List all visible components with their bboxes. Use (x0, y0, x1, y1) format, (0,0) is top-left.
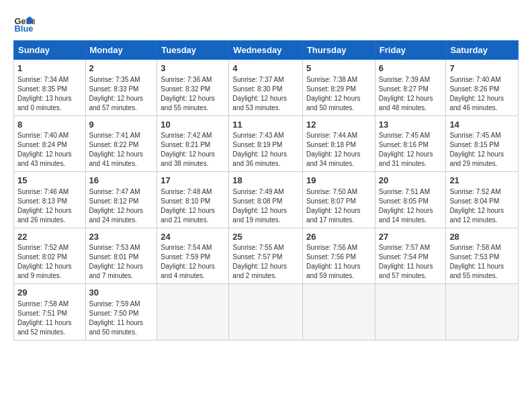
col-header-wednesday: Wednesday (229, 41, 303, 60)
calendar-page: General Blue SundayMondayTuesdayWednesda… (0, 0, 532, 350)
day-number: 6 (379, 62, 443, 75)
day-number: 2 (89, 62, 154, 75)
day-info: Sunrise: 7:52 AMSunset: 8:02 PMDaylight:… (17, 243, 82, 281)
day-number: 7 (449, 62, 515, 75)
day-number: 26 (306, 231, 371, 243)
calendar-day-24: 24Sunrise: 7:54 AMSunset: 7:59 PMDayligh… (157, 228, 229, 284)
day-info: Sunrise: 7:59 AMSunset: 7:50 PMDaylight:… (89, 300, 154, 337)
calendar-day-28: 28Sunrise: 7:58 AMSunset: 7:53 PMDayligh… (446, 228, 519, 284)
day-info: Sunrise: 7:45 AMSunset: 8:15 PMDaylight:… (449, 131, 515, 169)
day-number: 13 (379, 119, 443, 131)
day-number: 30 (89, 287, 154, 299)
calendar-day-16: 16Sunrise: 7:47 AMSunset: 8:12 PMDayligh… (85, 172, 157, 228)
day-number: 9 (89, 119, 154, 131)
day-number: 14 (449, 119, 515, 131)
day-info: Sunrise: 7:52 AMSunset: 8:04 PMDaylight:… (449, 187, 515, 225)
day-info: Sunrise: 7:40 AMSunset: 8:26 PMDaylight:… (449, 75, 515, 113)
calendar-day-21: 21Sunrise: 7:52 AMSunset: 8:04 PMDayligh… (446, 172, 519, 228)
calendar-day-14: 14Sunrise: 7:45 AMSunset: 8:15 PMDayligh… (446, 116, 519, 172)
day-info: Sunrise: 7:51 AMSunset: 8:05 PMDaylight:… (379, 187, 443, 225)
calendar-day-17: 17Sunrise: 7:48 AMSunset: 8:10 PMDayligh… (157, 172, 229, 228)
day-info: Sunrise: 7:48 AMSunset: 8:10 PMDaylight:… (161, 187, 225, 225)
day-info: Sunrise: 7:37 AMSunset: 8:30 PMDaylight:… (232, 75, 299, 113)
calendar-day-20: 20Sunrise: 7:51 AMSunset: 8:05 PMDayligh… (375, 172, 446, 228)
calendar-day-9: 9Sunrise: 7:41 AMSunset: 8:22 PMDaylight… (85, 116, 157, 172)
svg-text:Blue: Blue (15, 24, 34, 34)
calendar-week-4: 29Sunrise: 7:58 AMSunset: 7:51 PMDayligh… (14, 284, 519, 340)
day-info: Sunrise: 7:39 AMSunset: 8:27 PMDaylight:… (379, 75, 443, 113)
day-number: 12 (306, 119, 371, 131)
day-number: 5 (306, 62, 371, 75)
logo-icon: General Blue (13, 12, 35, 34)
day-info: Sunrise: 7:43 AMSunset: 8:19 PMDaylight:… (232, 131, 299, 169)
col-header-sunday: Sunday (14, 41, 86, 60)
calendar-day-12: 12Sunrise: 7:44 AMSunset: 8:18 PMDayligh… (302, 116, 375, 172)
col-header-thursday: Thursday (302, 41, 375, 60)
calendar-day-26: 26Sunrise: 7:56 AMSunset: 7:56 PMDayligh… (302, 228, 375, 284)
day-info: Sunrise: 7:45 AMSunset: 8:16 PMDaylight:… (379, 131, 443, 169)
calendar-week-2: 15Sunrise: 7:46 AMSunset: 8:13 PMDayligh… (14, 172, 519, 228)
calendar-day-30: 30Sunrise: 7:59 AMSunset: 7:50 PMDayligh… (85, 284, 157, 340)
calendar-day-13: 13Sunrise: 7:45 AMSunset: 8:16 PMDayligh… (375, 116, 446, 172)
calendar-header-row: SundayMondayTuesdayWednesdayThursdayFrid… (14, 41, 519, 60)
calendar-empty (446, 284, 519, 340)
calendar-day-18: 18Sunrise: 7:49 AMSunset: 8:08 PMDayligh… (229, 172, 303, 228)
calendar-week-1: 8Sunrise: 7:40 AMSunset: 8:24 PMDaylight… (14, 116, 519, 172)
calendar-week-0: 1Sunrise: 7:34 AMSunset: 8:35 PMDaylight… (14, 60, 519, 116)
col-header-friday: Friday (375, 41, 446, 60)
calendar-day-1: 1Sunrise: 7:34 AMSunset: 8:35 PMDaylight… (14, 60, 86, 116)
day-number: 20 (379, 175, 443, 187)
calendar-day-29: 29Sunrise: 7:58 AMSunset: 7:51 PMDayligh… (14, 284, 86, 340)
day-number: 22 (17, 231, 82, 243)
calendar-day-7: 7Sunrise: 7:40 AMSunset: 8:26 PMDaylight… (446, 60, 519, 116)
day-info: Sunrise: 7:36 AMSunset: 8:32 PMDaylight:… (161, 75, 225, 113)
day-number: 28 (449, 231, 515, 243)
day-info: Sunrise: 7:58 AMSunset: 7:53 PMDaylight:… (449, 243, 515, 281)
day-info: Sunrise: 7:54 AMSunset: 7:59 PMDaylight:… (161, 243, 225, 281)
calendar-table: SundayMondayTuesdayWednesdayThursdayFrid… (13, 40, 519, 340)
calendar-day-25: 25Sunrise: 7:55 AMSunset: 7:57 PMDayligh… (229, 228, 303, 284)
calendar-day-10: 10Sunrise: 7:42 AMSunset: 8:21 PMDayligh… (157, 116, 229, 172)
calendar-day-27: 27Sunrise: 7:57 AMSunset: 7:54 PMDayligh… (375, 228, 446, 284)
day-number: 24 (161, 231, 225, 243)
calendar-day-4: 4Sunrise: 7:37 AMSunset: 8:30 PMDaylight… (229, 60, 303, 116)
day-number: 29 (17, 287, 82, 299)
day-info: Sunrise: 7:34 AMSunset: 8:35 PMDaylight:… (17, 75, 82, 113)
day-info: Sunrise: 7:40 AMSunset: 8:24 PMDaylight:… (17, 131, 82, 169)
day-number: 4 (232, 62, 299, 75)
calendar-empty (229, 284, 303, 340)
day-info: Sunrise: 7:35 AMSunset: 8:33 PMDaylight:… (89, 75, 154, 113)
day-info: Sunrise: 7:49 AMSunset: 8:08 PMDaylight:… (232, 187, 299, 225)
calendar-day-19: 19Sunrise: 7:50 AMSunset: 8:07 PMDayligh… (302, 172, 375, 228)
day-info: Sunrise: 7:50 AMSunset: 8:07 PMDaylight:… (306, 187, 371, 225)
day-info: Sunrise: 7:41 AMSunset: 8:22 PMDaylight:… (89, 131, 154, 169)
col-header-tuesday: Tuesday (157, 41, 229, 60)
calendar-day-22: 22Sunrise: 7:52 AMSunset: 8:02 PMDayligh… (14, 228, 86, 284)
calendar-day-2: 2Sunrise: 7:35 AMSunset: 8:33 PMDaylight… (85, 60, 157, 116)
day-info: Sunrise: 7:38 AMSunset: 8:29 PMDaylight:… (306, 75, 371, 113)
calendar-week-3: 22Sunrise: 7:52 AMSunset: 8:02 PMDayligh… (14, 228, 519, 284)
day-number: 25 (232, 231, 299, 243)
day-number: 27 (379, 231, 443, 243)
day-number: 10 (161, 119, 225, 131)
calendar-day-3: 3Sunrise: 7:36 AMSunset: 8:32 PMDaylight… (157, 60, 229, 116)
day-number: 23 (89, 231, 154, 243)
page-header: General Blue (13, 12, 519, 34)
logo: General Blue (13, 12, 35, 34)
col-header-monday: Monday (85, 41, 157, 60)
day-number: 21 (449, 175, 515, 187)
calendar-day-8: 8Sunrise: 7:40 AMSunset: 8:24 PMDaylight… (14, 116, 86, 172)
calendar-empty (157, 284, 229, 340)
calendar-day-11: 11Sunrise: 7:43 AMSunset: 8:19 PMDayligh… (229, 116, 303, 172)
calendar-empty (302, 284, 375, 340)
calendar-day-15: 15Sunrise: 7:46 AMSunset: 8:13 PMDayligh… (14, 172, 86, 228)
day-info: Sunrise: 7:55 AMSunset: 7:57 PMDaylight:… (232, 243, 299, 281)
day-number: 16 (89, 175, 154, 187)
day-info: Sunrise: 7:47 AMSunset: 8:12 PMDaylight:… (89, 187, 154, 225)
col-header-saturday: Saturday (446, 41, 519, 60)
day-info: Sunrise: 7:57 AMSunset: 7:54 PMDaylight:… (379, 243, 443, 281)
day-number: 19 (306, 175, 371, 187)
day-info: Sunrise: 7:46 AMSunset: 8:13 PMDaylight:… (17, 187, 82, 225)
day-number: 1 (17, 62, 82, 75)
day-info: Sunrise: 7:53 AMSunset: 8:01 PMDaylight:… (89, 243, 154, 281)
